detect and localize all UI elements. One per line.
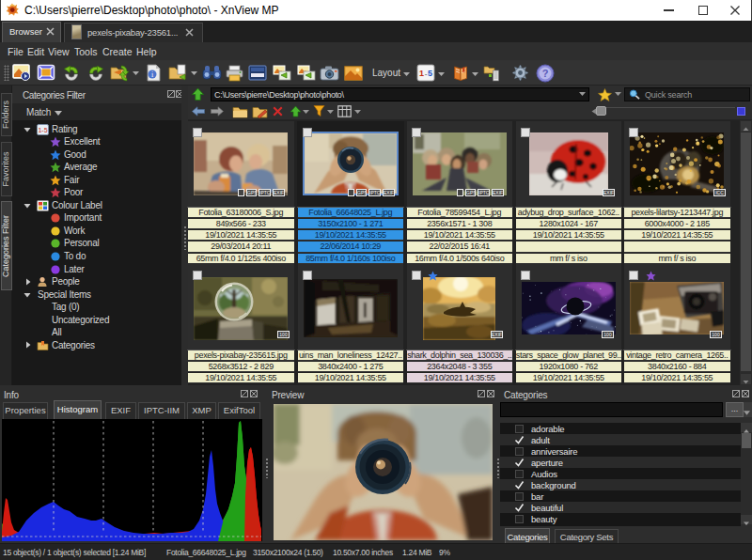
svg-text:1-5: 1-5 [38, 127, 47, 133]
svg-text:5: 5 [428, 69, 432, 78]
svg-text:1: 1 [419, 69, 424, 78]
svg-text:?: ? [542, 68, 549, 79]
